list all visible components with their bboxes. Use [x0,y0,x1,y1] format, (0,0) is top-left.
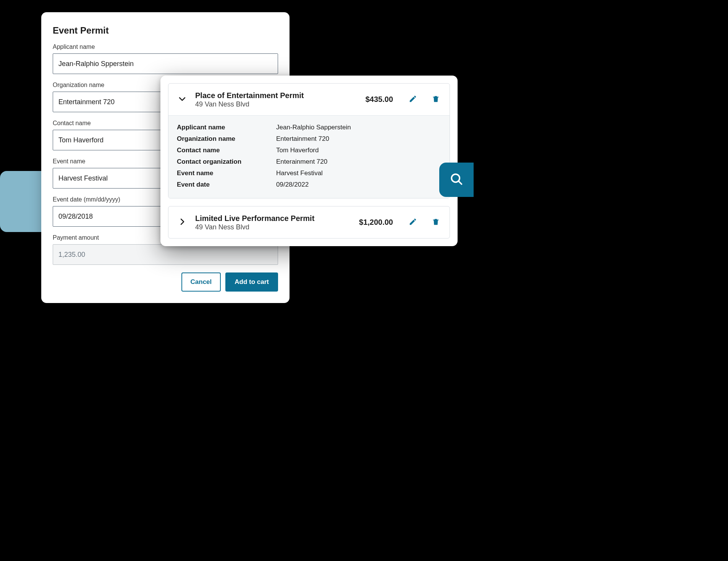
detail-value: Jean-Ralphio Sapperstein [276,124,441,131]
detail-value: Entertainment 720 [276,135,441,143]
detail-value: Tom Haverford [276,147,441,154]
permit-details: Applicant nameJean-Ralphio Sapperstein O… [168,115,450,198]
detail-key: Event name [177,169,276,177]
applicant-name-input[interactable] [53,53,278,74]
permit-address: 49 Van Ness Blvd [195,100,359,108]
trash-icon [432,218,440,227]
chevron-down-icon [178,94,187,105]
chevron-right-icon [178,217,187,228]
edit-button[interactable] [407,216,419,229]
trash-icon [432,95,440,105]
detail-key: Event date [177,181,276,189]
permit-header: Place of Entertainment Permit 49 Van Nes… [168,84,450,115]
permit-price: $1,200.00 [359,218,393,227]
delete-button[interactable] [430,94,442,106]
applicant-name-label: Applicant name [53,44,278,50]
search-button[interactable] [439,163,474,197]
collapse-toggle[interactable] [176,94,188,105]
delete-button[interactable] [430,216,442,229]
permit-price: $435.00 [366,95,393,104]
detail-value: 09/28/2022 [276,181,441,189]
cancel-button[interactable]: Cancel [181,272,221,292]
permit-name: Place of Entertainment Permit [195,90,359,100]
detail-key: Contact organization [177,158,276,166]
permit-name: Limited Live Performance Permit [195,213,352,223]
permit-address: 49 Van Ness Blvd [195,223,352,231]
svg-line-1 [459,181,462,184]
form-title: Event Permit [53,25,278,36]
pencil-icon [409,95,417,105]
detail-key: Applicant name [177,124,276,131]
search-icon [450,172,463,187]
permit-header: Limited Live Performance Permit 49 Van N… [168,206,450,238]
edit-button[interactable] [407,94,419,106]
detail-key: Contact name [177,147,276,154]
permit-item: Limited Live Performance Permit 49 Van N… [168,206,450,239]
add-to-cart-button[interactable]: Add to cart [225,272,278,292]
detail-key: Organization name [177,135,276,143]
cart-panel: Place of Entertainment Permit 49 Van Nes… [160,76,458,246]
permit-item: Place of Entertainment Permit 49 Van Nes… [168,83,450,198]
payment-amount-input[interactable] [53,244,278,265]
detail-value: Enterainment 720 [276,158,441,166]
detail-value: Harvest Festival [276,169,441,177]
pencil-icon [409,218,417,227]
expand-toggle[interactable] [176,217,188,228]
